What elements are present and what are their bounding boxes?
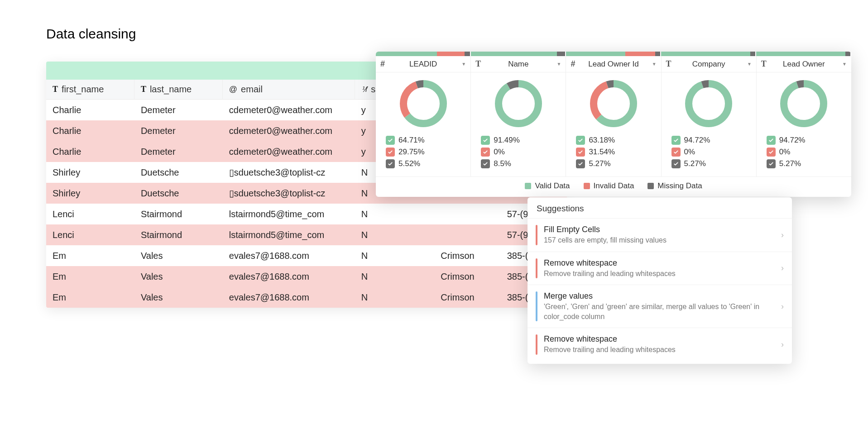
pct-row-invalid: 29.75%	[386, 148, 460, 157]
stats-legend: Valid Data Invalid Data Missing Data	[376, 176, 851, 197]
table-cell: evales7@1688.com	[223, 292, 355, 303]
column-header-label: email	[241, 84, 263, 95]
pct-value: 94.72%	[779, 136, 806, 145]
table-cell: Vales	[134, 251, 223, 261]
pct-row-missing: 5.27%	[576, 159, 651, 168]
pct-row-invalid: 0%	[767, 148, 841, 157]
stats-column-header[interactable]: Lead Owner▼	[757, 56, 851, 72]
dropdown-icon[interactable]: ▼	[557, 62, 561, 67]
dropdown-icon[interactable]: ▼	[652, 62, 657, 67]
pct-value: 5.52%	[398, 159, 420, 168]
donut-chart	[779, 79, 829, 129]
pct-value: 91.49%	[494, 136, 520, 145]
table-row[interactable]: EmValesevales7@1688.comNCrimson385-(67	[46, 266, 567, 287]
table-cell: Shirley	[46, 167, 134, 178]
table-cell: Crimson	[434, 272, 500, 282]
suggestion-item[interactable]: Merge values'Green', 'Gren' and 'green' …	[528, 285, 792, 328]
stats-column-header[interactable]: Lead Owner Id▼	[566, 56, 661, 72]
stats-column-label: LEADID	[409, 60, 437, 69]
suggestion-item[interactable]: Remove whitespaceRemove trailing and lea…	[528, 328, 792, 361]
pct-row-invalid: 0%	[481, 148, 556, 157]
check-icon	[767, 148, 776, 157]
svg-point-9	[689, 84, 729, 124]
table-cell: evales7@1688.com	[223, 251, 355, 261]
check-icon	[671, 148, 681, 157]
suggestion-item[interactable]: Fill Empty Cells157 cells are empty, fil…	[528, 218, 792, 252]
pct-value: 31.54%	[589, 148, 615, 157]
table-cell: cdemeter0@weather.com	[223, 105, 355, 115]
legend-missing: Missing Data	[647, 181, 702, 191]
stats-card: 64.71%29.75%5.52%	[376, 72, 471, 176]
stats-top-bar	[566, 52, 661, 56]
suggestion-title: Merge values	[544, 291, 775, 301]
pct-value: 63.18%	[589, 136, 615, 145]
column-header-label: first_name	[62, 84, 104, 95]
stats-column-label: Lead Owner Id	[588, 60, 639, 69]
stats-column-header[interactable]: Company▼	[662, 56, 757, 72]
chevron-right-icon: ›	[781, 340, 784, 349]
suggestion-item[interactable]: Remove whitespaceRemove trailing and lea…	[528, 252, 792, 285]
table-cell: Vales	[134, 272, 223, 282]
suggestions-panel: Suggestions Fill Empty Cells157 cells ar…	[528, 197, 792, 364]
column-header[interactable]: @email	[223, 80, 355, 99]
table-row[interactable]: LenciStairmondlstairmond5@time_comN57-(9…	[46, 204, 567, 224]
table-row[interactable]: LenciStairmondlstairmond5@time_comN57-(9…	[46, 224, 567, 245]
column-header[interactable]: Tlast_name	[134, 80, 223, 99]
table-cell: Demeter	[134, 147, 223, 157]
pct-value: 8.5%	[494, 159, 511, 168]
pct-row-valid: 63.18%	[576, 136, 651, 145]
stats-column-label: Lead Owner	[783, 60, 825, 69]
check-icon	[481, 159, 490, 168]
table-cell: N	[355, 272, 435, 282]
suggestion-accent-bar	[536, 334, 537, 355]
check-icon	[481, 136, 490, 145]
check-icon	[386, 148, 395, 157]
donut-chart	[494, 79, 543, 129]
column-header-label: last_name	[150, 84, 192, 95]
suggestion-title: Fill Empty Cells	[544, 225, 775, 234]
table-cell: Demeter	[134, 126, 223, 136]
table-cell: Crimson	[434, 251, 500, 261]
table-cell: Vales	[134, 292, 223, 303]
table-cell: evales7@1688.com	[223, 272, 355, 282]
text-type-icon: T	[141, 85, 146, 94]
pct-value: 0%	[494, 148, 505, 157]
table-cell: cdemeter0@weather.com	[223, 126, 355, 136]
suggestions-title: Suggestions	[528, 197, 792, 218]
suggestion-title: Remove whitespace	[544, 258, 775, 268]
legend-swatch-missing	[647, 183, 654, 189]
pct-row-missing: 5.27%	[671, 159, 746, 168]
pct-value: 5.27%	[589, 159, 610, 168]
table-cell: Charlie	[46, 126, 134, 136]
donut-chart	[589, 79, 638, 129]
table-cell: lstairmond5@time_com	[223, 230, 355, 240]
table-cell: Lenci	[46, 209, 134, 219]
suggestion-title: Remove whitespace	[544, 334, 775, 344]
pct-value: 0%	[684, 148, 695, 157]
check-icon	[481, 148, 490, 157]
dropdown-icon[interactable]: ▼	[842, 62, 847, 67]
table-cell: Lenci	[46, 230, 134, 240]
table-cell: lstairmond5@time_com	[223, 209, 355, 219]
table-cell: N	[355, 292, 435, 303]
pct-row-invalid: 31.54%	[576, 148, 651, 157]
pct-row-valid: 94.72%	[671, 136, 746, 145]
chevron-right-icon: ›	[781, 230, 784, 240]
table-row[interactable]: EmValesevales7@1688.comNCrimson385-(67	[46, 245, 567, 266]
pct-value: 64.71%	[398, 136, 425, 145]
check-icon	[576, 148, 585, 157]
stats-column-header[interactable]: LEADID▼	[376, 56, 471, 72]
fraction-type-icon: ⅟f	[361, 85, 367, 94]
column-header[interactable]: Tfirst_name	[46, 80, 134, 99]
legend-swatch-valid	[525, 183, 531, 189]
suggestion-desc: 157 cells are empty, fill missing values	[544, 235, 775, 245]
pct-row-missing: 8.5%	[481, 159, 556, 168]
pct-value: 29.75%	[398, 148, 425, 157]
table-cell: Crimson	[434, 292, 500, 303]
table-cell: Em	[46, 251, 134, 261]
dropdown-icon[interactable]: ▼	[461, 62, 466, 67]
dropdown-icon[interactable]: ▼	[747, 62, 752, 67]
stats-column-header[interactable]: Name▼	[471, 56, 566, 72]
table-row[interactable]: EmValesevales7@1688.comNCrimson385-(67	[46, 287, 567, 308]
check-icon	[767, 159, 776, 168]
